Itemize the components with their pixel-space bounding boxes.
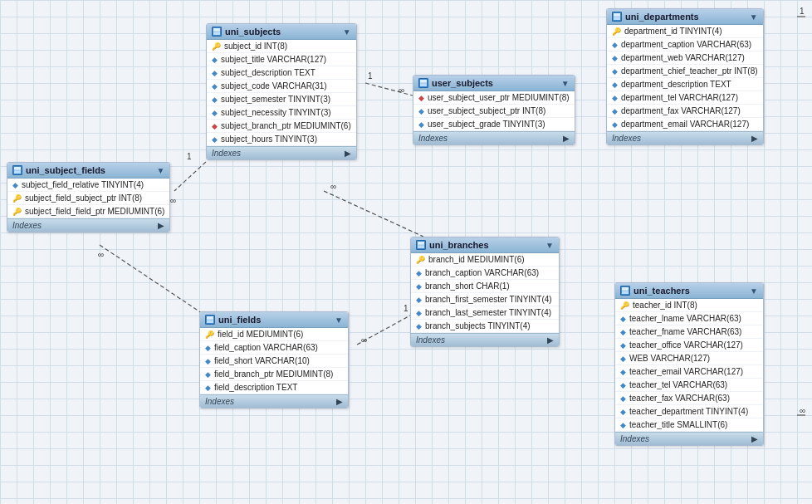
field-text: teacher_fname VARCHAR(63) xyxy=(629,327,741,336)
table-field-row: ◆ department_description TEXT xyxy=(607,78,763,91)
svg-text:∞: ∞ xyxy=(399,86,404,95)
field-text: department_caption VARCHAR(63) xyxy=(621,40,751,49)
table-uni_teachers: uni_teachers ▼ 🔑 teacher_id INT(8) ◆ tea… xyxy=(614,282,764,446)
table-field-row: ◆ subject_semester TINYINT(3) xyxy=(207,93,356,106)
table-field-row: 🔑 subject_field_subject_ptr INT(8) xyxy=(7,192,169,205)
table-uni_subjects: uni_subjects ▼ 🔑 subject_id INT(8) ◆ sub… xyxy=(206,23,357,160)
indexes-uni_subject_fields[interactable]: Indexes ▶ xyxy=(7,218,169,232)
table-header-uni_departments[interactable]: uni_departments ▼ xyxy=(607,9,763,25)
table-arrow-uni_subjects[interactable]: ▼ xyxy=(343,27,351,37)
key-icon: 🔑 xyxy=(612,27,621,36)
table-header-uni_fields[interactable]: uni_fields ▼ xyxy=(200,312,348,328)
diamond-icon: ◆ xyxy=(416,309,422,317)
table-field-row: ◆ teacher_fname VARCHAR(63) xyxy=(615,325,763,339)
indexes-arrow[interactable]: ▶ xyxy=(563,134,570,143)
indexes-arrow[interactable]: ▶ xyxy=(345,149,351,158)
diamond-icon: ◆ xyxy=(612,120,618,129)
table-header-uni_branches[interactable]: uni_branches ▼ xyxy=(411,237,559,253)
key-icon: 🔑 xyxy=(12,194,22,203)
svg-rect-38 xyxy=(622,291,629,294)
field-text: branch_caption VARCHAR(63) xyxy=(425,268,539,277)
diamond-icon: ◆ xyxy=(418,120,424,129)
table-arrow-uni_departments[interactable]: ▼ xyxy=(750,12,758,22)
indexes-uni_teachers[interactable]: Indexes ▶ xyxy=(615,432,763,445)
field-text: department_tel VARCHAR(127) xyxy=(621,93,738,102)
diamond-icon: ◆ xyxy=(620,381,626,389)
field-text: user_subject_subject_ptr INT(8) xyxy=(428,106,545,115)
diamond-icon: ◆ xyxy=(212,69,218,77)
diamond-icon: ◆ xyxy=(620,421,626,429)
table-icon-uni_fields xyxy=(205,315,215,325)
table-field-row: 🔑 branch_id MEDIUMINT(6) xyxy=(411,253,559,267)
table-field-row: ◆ department_caption VARCHAR(63) xyxy=(607,38,763,51)
svg-text:1: 1 xyxy=(368,71,373,81)
indexes-uni_fields[interactable]: Indexes ▶ xyxy=(200,394,348,408)
table-arrow-uni_fields[interactable]: ▼ xyxy=(335,316,343,325)
table-field-row: ◆ field_caption VARCHAR(63) xyxy=(200,341,348,355)
indexes-uni_subjects[interactable]: Indexes ▶ xyxy=(207,146,356,159)
table-arrow-user_subjects[interactable]: ▼ xyxy=(561,79,570,88)
table-field-row: 🔑 field_id MEDIUMINT(6) xyxy=(200,328,348,341)
indexes-arrow[interactable]: ▶ xyxy=(751,134,758,143)
field-text: subject_necessity TINYINT(3) xyxy=(221,108,331,117)
table-icon-uni_branches xyxy=(416,240,426,250)
indexes-label: Indexes xyxy=(416,335,445,345)
indexes-arrow[interactable]: ▶ xyxy=(547,335,554,345)
table-icon-uni_departments xyxy=(612,12,622,22)
indexes-arrow[interactable]: ▶ xyxy=(751,434,758,443)
svg-rect-34 xyxy=(614,13,620,17)
field-text: subject_field_relative TINYINT(4) xyxy=(22,180,144,189)
table-field-row: ◆ branch_last_semester TINYINT(4) xyxy=(411,306,559,320)
field-text: teacher_id INT(8) xyxy=(633,301,697,310)
table-header-uni_teachers[interactable]: uni_teachers ▼ xyxy=(615,283,763,299)
table-user_subjects: user_subjects ▼ ◆ user_subject_user_ptr … xyxy=(413,75,575,145)
field-text: field_branch_ptr MEDIUMINT(8) xyxy=(214,369,333,379)
diamond-icon: ◆ xyxy=(612,67,618,76)
table-header-uni_subject_fields[interactable]: uni_subject_fields ▼ xyxy=(7,163,169,179)
table-field-row: ◆ teacher_fax VARCHAR(63) xyxy=(615,392,763,405)
table-arrow-uni_subject_fields[interactable]: ▼ xyxy=(156,166,164,175)
table-title-uni_fields: uni_fields xyxy=(218,315,331,325)
table-field-row: ◆ WEB VARCHAR(127) xyxy=(615,352,763,365)
indexes-uni_departments[interactable]: Indexes ▶ xyxy=(607,131,763,144)
diamond-icon: ◆ xyxy=(620,341,626,350)
table-header-uni_subjects[interactable]: uni_subjects ▼ xyxy=(207,24,356,40)
table-field-row: 🔑 teacher_id INT(8) xyxy=(615,299,763,312)
field-text: subject_branch_ptr MEDIUMINT(6) xyxy=(221,121,351,130)
table-field-row: ◆ department_web VARCHAR(127) xyxy=(607,51,763,65)
diamond-icon: ◆ xyxy=(612,41,618,49)
table-uni_branches: uni_branches ▼ 🔑 branch_id MEDIUMINT(6) … xyxy=(410,237,560,347)
field-text: department_description TEXT xyxy=(621,80,731,89)
indexes-arrow[interactable]: ▶ xyxy=(336,397,343,406)
indexes-uni_branches[interactable]: Indexes ▶ xyxy=(411,333,559,346)
field-text: subject_semester TINYINT(3) xyxy=(221,95,330,104)
table-field-row: ◆ teacher_office VARCHAR(127) xyxy=(615,339,763,352)
svg-rect-32 xyxy=(207,320,213,323)
diamond-red-icon: ◆ xyxy=(212,122,218,130)
svg-rect-37 xyxy=(622,287,629,291)
indexes-user_subjects[interactable]: Indexes ▶ xyxy=(413,131,575,144)
table-uni_subject_fields: uni_subject_fields ▼ ◆ subject_field_rel… xyxy=(7,162,170,232)
indexes-label: Indexes xyxy=(612,134,641,143)
field-text: user_subject_user_ptr MEDIUMINT(8) xyxy=(428,93,570,102)
table-icon-user_subjects xyxy=(418,78,428,88)
indexes-arrow[interactable]: ▶ xyxy=(158,221,164,230)
diamond-red-icon: ◆ xyxy=(418,94,424,102)
field-text: subject_field_subject_ptr INT(8) xyxy=(25,193,142,203)
field-text: user_subject_grade TINYINT(3) xyxy=(428,120,545,129)
table-arrow-uni_branches[interactable]: ▼ xyxy=(545,241,554,250)
field-text: subject_code VARCHAR(31) xyxy=(221,81,327,91)
table-field-row: ◆ department_fax VARCHAR(127) xyxy=(607,105,763,118)
table-title-user_subjects: user_subjects xyxy=(432,78,558,88)
table-header-user_subjects[interactable]: user_subjects ▼ xyxy=(413,76,575,91)
diamond-icon: ◆ xyxy=(205,357,211,365)
field-text: department_fax VARCHAR(127) xyxy=(621,106,741,115)
svg-rect-25 xyxy=(14,167,21,170)
table-arrow-uni_teachers[interactable]: ▼ xyxy=(750,286,758,296)
diamond-icon: ◆ xyxy=(612,94,618,102)
table-title-uni_departments: uni_departments xyxy=(625,12,746,22)
table-field-row: 🔑 subject_field_field_ptr MEDIUMINT(6) xyxy=(7,205,169,218)
field-text: teacher_fax VARCHAR(63) xyxy=(629,394,730,403)
field-text: teacher_department TINYINT(4) xyxy=(629,407,748,416)
table-title-uni_subject_fields: uni_subject_fields xyxy=(26,165,153,175)
